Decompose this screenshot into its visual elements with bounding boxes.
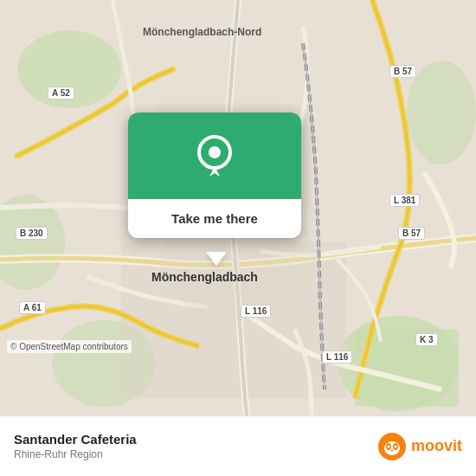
- road-label-l116-2: L 116: [322, 351, 352, 363]
- location-pin-icon: [196, 133, 234, 182]
- copyright-text: © OpenStreetMap contributors: [7, 340, 132, 353]
- city-label-main: Mönchengladbach: [151, 270, 258, 284]
- svg-point-11: [209, 146, 221, 158]
- place-name: Santander Cafeteria: [14, 432, 376, 447]
- moovit-logo: moovit: [376, 431, 462, 462]
- road-label-l116-1: L 116: [241, 305, 271, 318]
- popup-green-area: [128, 113, 301, 199]
- popup-card: Take me there: [128, 113, 301, 238]
- road-label-b230: B 230: [16, 227, 48, 240]
- road-label-a61: A 61: [19, 301, 46, 314]
- svg-point-18: [384, 437, 389, 442]
- road-label-k3: K 3: [415, 333, 438, 346]
- popup-arrow: [206, 252, 227, 266]
- svg-point-16: [387, 445, 389, 447]
- svg-point-5: [407, 61, 476, 164]
- road-label-l381: L 381: [389, 194, 420, 207]
- road-label-a52: A 52: [48, 87, 74, 100]
- road-label-b57-top: B 57: [389, 65, 416, 78]
- bottom-bar: Santander Cafeteria Rhine-Ruhr Region mo…: [0, 415, 476, 476]
- bottom-text: Santander Cafeteria Rhine-Ruhr Region: [14, 432, 376, 460]
- svg-point-19: [395, 437, 400, 442]
- take-me-there-button[interactable]: Take me there: [128, 199, 301, 238]
- moovit-text: moovit: [411, 437, 462, 455]
- place-region: Rhine-Ruhr Region: [14, 448, 376, 460]
- road-label-b57-mid: B 57: [398, 227, 425, 240]
- moovit-icon: [376, 431, 408, 462]
- svg-point-17: [394, 445, 396, 447]
- map-container: A 52 B 57 B 57 B 230 A 61 L 381 L 116 L …: [0, 0, 476, 415]
- city-label-nord: Mönchengladbach-Nord: [143, 26, 261, 38]
